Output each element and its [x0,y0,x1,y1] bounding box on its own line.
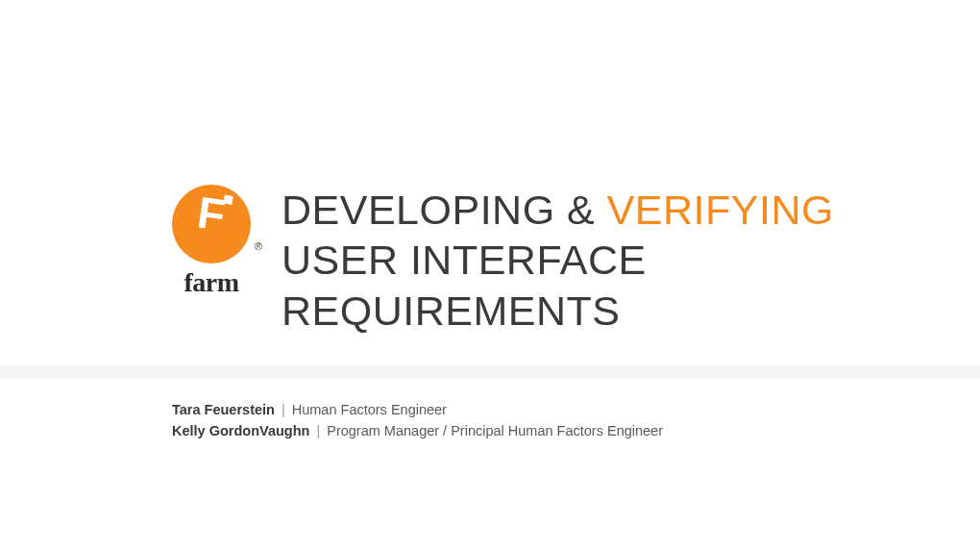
registered-mark-icon: ® [255,240,262,252]
brand-wordmark: farm [184,267,238,298]
brand-logo-circle: F ® [172,185,251,263]
title-line-3: REQUIREMENTS [282,288,620,334]
title-part-verifying: VERIFYING [607,187,834,233]
brand-logo: F ® farm [172,185,251,298]
author-separator: | [278,402,289,417]
author-name: Kelly GordonVaughn [172,423,309,438]
author-line: Tara Feuerstein | Human Factors Engineer [172,399,663,420]
title-line-2: USER INTERFACE [282,237,647,283]
brand-logo-letter: F [195,189,228,237]
author-role: Program Manager / Principal Human Factor… [327,423,663,438]
title-part-developing: DEVELOPING & [282,187,607,233]
hero-row: F ® farm DEVELOPING & VERIFYING USER INT… [172,185,834,336]
author-block: Tara Feuerstein | Human Factors Engineer… [172,399,663,442]
divider-bar [0,365,980,379]
slide: F ® farm DEVELOPING & VERIFYING USER INT… [0,0,980,551]
author-separator: | [312,423,324,438]
author-name: Tara Feuerstein [172,402,275,417]
slide-title: DEVELOPING & VERIFYING USER INTERFACE RE… [282,185,834,336]
author-line: Kelly GordonVaughn | Program Manager / P… [172,420,663,441]
author-role: Human Factors Engineer [292,402,447,417]
